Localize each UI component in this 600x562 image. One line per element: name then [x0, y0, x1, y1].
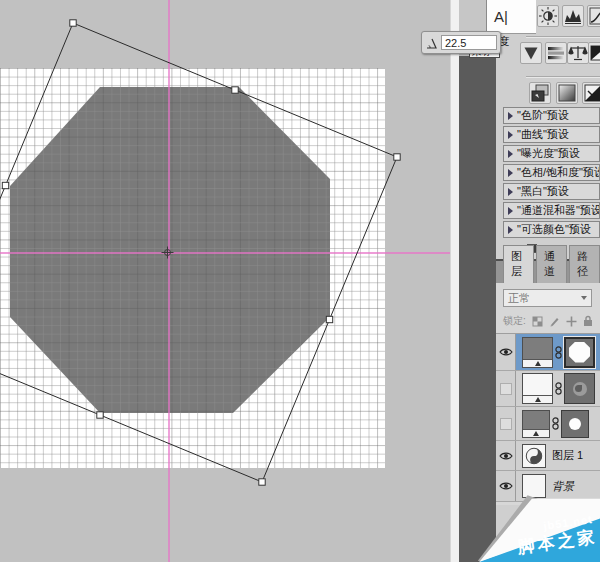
layer-mask-thumbnail[interactable] — [564, 337, 595, 368]
preset-row[interactable]: "曝光度"预设 — [503, 145, 600, 162]
tab-路径[interactable]: 路径 — [569, 245, 600, 283]
preset-row[interactable]: "黑白"预设 — [503, 183, 600, 200]
layer-mask-thumbnail[interactable] — [564, 373, 595, 404]
preset-row[interactable]: "通道混和器"预设 — [503, 202, 600, 219]
lock-all-icon[interactable] — [583, 315, 593, 327]
transform-handle — [326, 316, 332, 322]
character-panel-icon[interactable]: A| — [486, 0, 536, 34]
preset-label: "可选颜色"预设 — [517, 222, 591, 237]
preset-row[interactable]: "曲线"预设 — [503, 126, 600, 143]
photoshop-workspace: A| 22.5 度 未标 "色阶"预设"曲线"预设"曝光度"预设"色相/饱和度"… — [0, 0, 600, 562]
lock-label: 锁定: — [503, 314, 526, 328]
transform-angle-hud: 22.5 — [421, 31, 501, 54]
separator — [526, 36, 600, 37]
rotation-angle-field[interactable]: 22.5 — [441, 35, 497, 50]
layer-thumbnail[interactable] — [522, 337, 553, 368]
preset-label: "黑白"预设 — [517, 184, 569, 199]
disclosure-triangle-icon[interactable] — [508, 112, 513, 120]
layer-row-图层 1[interactable]: 图层 1 — [496, 441, 600, 471]
disclosure-triangle-icon[interactable] — [508, 131, 513, 139]
levels-icon[interactable] — [562, 5, 584, 27]
canvas-scrollbar[interactable] — [450, 0, 459, 562]
disclosure-triangle-icon[interactable] — [508, 150, 513, 158]
layer-name[interactable]: 背景 — [552, 479, 574, 494]
invert-icon[interactable] — [582, 82, 600, 104]
mask-shape — [569, 342, 590, 363]
layer-row[interactable] — [496, 407, 600, 441]
panel-tab-bar: 图层通道路径 — [496, 259, 600, 283]
preset-label: "色相/饱和度"预设 — [517, 165, 600, 180]
visibility-eye-icon[interactable] — [496, 334, 516, 370]
layer-row-背景[interactable]: 背景 — [496, 471, 600, 502]
preset-label: "曲线"预设 — [517, 127, 569, 142]
layer-list: 图层 1背景 — [496, 334, 600, 502]
layer-row[interactable] — [496, 334, 600, 371]
adjustments-presets-list: "色阶"预设"曲线"预设"曝光度"预设"色相/饱和度"预设"黑白"预设"通道混和… — [503, 107, 600, 240]
lock-options-row: 锁定: — [503, 314, 593, 328]
lock-pixels-icon[interactable] — [549, 316, 560, 327]
transform-handle — [97, 412, 103, 418]
transform-handle — [259, 479, 265, 485]
layer-mask-thumbnail[interactable] — [561, 410, 589, 438]
layers-panel-group: 图层通道路径 正常 锁定: — [496, 259, 600, 505]
transform-handle — [232, 87, 238, 93]
tab-通道[interactable]: 通道 — [536, 245, 567, 283]
layer-thumbnail[interactable] — [522, 444, 546, 468]
transform-handle — [2, 182, 8, 188]
visibility-eye-icon[interactable] — [496, 471, 516, 501]
layers-panel-body: 正常 锁定: — [496, 283, 600, 505]
preset-label: "色阶"预设 — [517, 108, 569, 123]
tab-图层[interactable]: 图层 — [503, 245, 534, 283]
preset-row[interactable]: "可选颜色"预设 — [503, 221, 600, 238]
disclosure-triangle-icon[interactable] — [508, 169, 513, 177]
hue-saturation-icon[interactable] — [545, 42, 567, 64]
channel-mixer-icon[interactable] — [556, 82, 578, 104]
preset-label: "通道混和器"预设 — [517, 203, 600, 218]
angle-icon — [425, 36, 438, 50]
app-background-column — [459, 56, 496, 562]
curves-icon[interactable] — [587, 5, 600, 27]
document-canvas[interactable] — [0, 0, 450, 562]
mask-link-icon[interactable] — [553, 382, 564, 395]
separator — [526, 76, 600, 77]
layer-name[interactable]: 图层 1 — [552, 448, 583, 463]
visibility-eye-icon[interactable] — [496, 441, 516, 470]
blend-mode-select[interactable]: 正常 — [503, 289, 592, 307]
chevron-down-icon — [581, 296, 587, 300]
right-panel: "色阶"预设"曲线"预设"曝光度"预设"色相/饱和度"预设"黑白"预设"通道混和… — [496, 0, 600, 562]
disclosure-triangle-icon[interactable] — [508, 188, 513, 196]
lock-position-icon[interactable] — [566, 316, 577, 327]
vibrance-icon[interactable] — [520, 42, 542, 64]
preset-row[interactable]: "色相/饱和度"预设 — [503, 164, 600, 181]
layer-row[interactable] — [496, 371, 600, 407]
layer-thumbnail[interactable] — [522, 474, 546, 498]
visibility-toggle-empty[interactable] — [496, 407, 516, 440]
mask-shape — [573, 382, 587, 396]
mask-shape — [569, 418, 581, 430]
disclosure-triangle-icon[interactable] — [508, 207, 513, 215]
mask-link-icon[interactable] — [553, 346, 564, 359]
transform-handle — [70, 20, 76, 26]
preset-label: "曝光度"预设 — [517, 146, 580, 161]
layer-thumbnail[interactable] — [522, 410, 550, 438]
visibility-toggle-empty[interactable] — [496, 371, 516, 406]
preset-row[interactable]: "色阶"预设 — [503, 107, 600, 124]
black-white-icon[interactable] — [588, 42, 600, 64]
mask-link-icon[interactable] — [550, 417, 561, 430]
blend-mode-value: 正常 — [508, 291, 530, 306]
color-balance-icon[interactable] — [567, 42, 589, 64]
transform-handle — [394, 154, 400, 160]
photo-filter-icon[interactable] — [529, 82, 551, 104]
character-panel-label: A| — [494, 8, 508, 25]
layer-thumbnail[interactable] — [522, 373, 553, 404]
lock-transparency-icon[interactable] — [532, 316, 543, 327]
brightness-contrast-icon[interactable] — [537, 5, 559, 27]
disclosure-triangle-icon[interactable] — [508, 226, 513, 234]
